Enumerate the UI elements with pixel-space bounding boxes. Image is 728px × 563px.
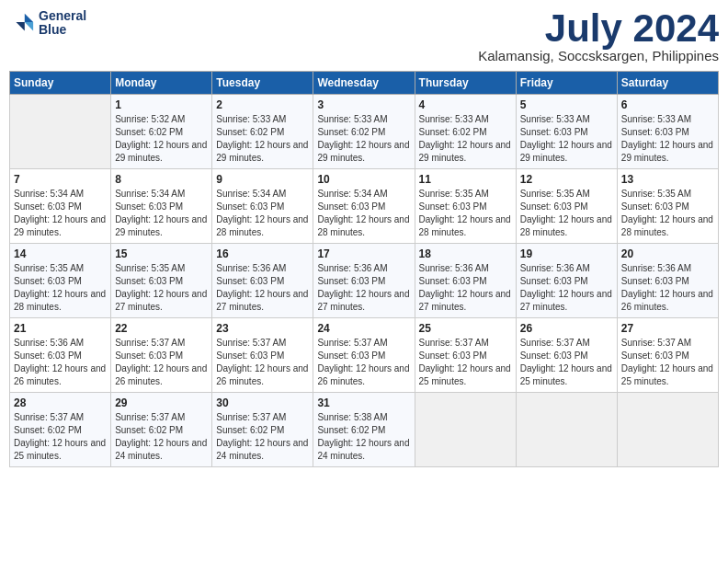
day-number: 31 bbox=[317, 396, 410, 409]
day-number: 20 bbox=[621, 247, 714, 260]
day-number: 7 bbox=[14, 173, 107, 186]
svg-marker-2 bbox=[16, 22, 24, 30]
cell-w2-d3: 9Sunrise: 5:34 AM Sunset: 6:03 PM Daylig… bbox=[212, 169, 313, 244]
day-number: 15 bbox=[115, 247, 208, 260]
day-number: 1 bbox=[115, 98, 208, 111]
day-number: 24 bbox=[317, 322, 410, 335]
cell-w1-d7: 6Sunrise: 5:33 AM Sunset: 6:03 PM Daylig… bbox=[617, 95, 718, 169]
cell-w4-d3: 23Sunrise: 5:37 AM Sunset: 6:03 PM Dayli… bbox=[212, 318, 313, 393]
day-info: Sunrise: 5:36 AM Sunset: 6:03 PM Dayligh… bbox=[520, 262, 613, 314]
cell-w2-d7: 13Sunrise: 5:35 AM Sunset: 6:03 PM Dayli… bbox=[617, 169, 718, 244]
day-info: Sunrise: 5:37 AM Sunset: 6:02 PM Dayligh… bbox=[14, 411, 107, 463]
cell-w5-d2: 29Sunrise: 5:37 AM Sunset: 6:02 PM Dayli… bbox=[111, 393, 212, 467]
day-number: 21 bbox=[14, 322, 107, 335]
cell-w5-d3: 30Sunrise: 5:37 AM Sunset: 6:02 PM Dayli… bbox=[212, 393, 313, 467]
col-monday: Monday bbox=[111, 72, 212, 95]
column-headers: Sunday Monday Tuesday Wednesday Thursday… bbox=[10, 72, 719, 95]
day-number: 3 bbox=[317, 98, 410, 111]
day-info: Sunrise: 5:37 AM Sunset: 6:03 PM Dayligh… bbox=[216, 337, 309, 388]
svg-marker-0 bbox=[25, 14, 33, 22]
cell-w3-d2: 15Sunrise: 5:35 AM Sunset: 6:03 PM Dayli… bbox=[111, 244, 212, 318]
cell-w3-d3: 16Sunrise: 5:36 AM Sunset: 6:03 PM Dayli… bbox=[212, 244, 313, 318]
day-info: Sunrise: 5:35 AM Sunset: 6:03 PM Dayligh… bbox=[115, 262, 208, 314]
cell-w4-d4: 24Sunrise: 5:37 AM Sunset: 6:03 PM Dayli… bbox=[313, 318, 415, 393]
day-number: 9 bbox=[216, 173, 309, 186]
cell-w3-d1: 14Sunrise: 5:35 AM Sunset: 6:03 PM Dayli… bbox=[10, 244, 111, 318]
day-info: Sunrise: 5:37 AM Sunset: 6:02 PM Dayligh… bbox=[115, 411, 208, 463]
month-title: July 2024 bbox=[478, 9, 719, 48]
day-info: Sunrise: 5:34 AM Sunset: 6:03 PM Dayligh… bbox=[216, 188, 309, 239]
cell-w3-d6: 19Sunrise: 5:36 AM Sunset: 6:03 PM Dayli… bbox=[516, 244, 617, 318]
day-info: Sunrise: 5:35 AM Sunset: 6:03 PM Dayligh… bbox=[419, 188, 512, 239]
day-info: Sunrise: 5:37 AM Sunset: 6:03 PM Dayligh… bbox=[520, 337, 613, 388]
day-info: Sunrise: 5:35 AM Sunset: 6:03 PM Dayligh… bbox=[621, 188, 714, 239]
day-number: 13 bbox=[621, 173, 714, 186]
day-number: 28 bbox=[14, 396, 107, 409]
day-info: Sunrise: 5:32 AM Sunset: 6:02 PM Dayligh… bbox=[115, 113, 208, 165]
logo-line2: Blue bbox=[39, 23, 86, 37]
cell-w5-d7 bbox=[617, 393, 718, 467]
day-number: 30 bbox=[216, 396, 309, 409]
day-number: 5 bbox=[520, 98, 613, 111]
day-info: Sunrise: 5:33 AM Sunset: 6:03 PM Dayligh… bbox=[621, 113, 714, 165]
day-number: 4 bbox=[419, 98, 512, 111]
day-number: 17 bbox=[317, 247, 410, 260]
day-number: 6 bbox=[621, 98, 714, 111]
day-info: Sunrise: 5:36 AM Sunset: 6:03 PM Dayligh… bbox=[216, 262, 309, 314]
cell-w1-d3: 2Sunrise: 5:33 AM Sunset: 6:02 PM Daylig… bbox=[212, 95, 313, 169]
day-info: Sunrise: 5:35 AM Sunset: 6:03 PM Dayligh… bbox=[14, 262, 107, 314]
day-number: 14 bbox=[14, 247, 107, 260]
day-info: Sunrise: 5:36 AM Sunset: 6:03 PM Dayligh… bbox=[419, 262, 512, 314]
col-friday: Friday bbox=[516, 72, 617, 95]
day-info: Sunrise: 5:37 AM Sunset: 6:03 PM Dayligh… bbox=[419, 337, 512, 388]
day-info: Sunrise: 5:37 AM Sunset: 6:02 PM Dayligh… bbox=[216, 411, 309, 463]
cell-w4-d5: 25Sunrise: 5:37 AM Sunset: 6:03 PM Dayli… bbox=[415, 318, 516, 393]
day-number: 27 bbox=[621, 322, 714, 335]
day-info: Sunrise: 5:38 AM Sunset: 6:02 PM Dayligh… bbox=[317, 411, 410, 463]
day-number: 8 bbox=[115, 173, 208, 186]
day-number: 18 bbox=[419, 247, 512, 260]
day-info: Sunrise: 5:33 AM Sunset: 6:02 PM Dayligh… bbox=[317, 113, 410, 165]
day-number: 16 bbox=[216, 247, 309, 260]
cell-w1-d5: 4Sunrise: 5:33 AM Sunset: 6:02 PM Daylig… bbox=[415, 95, 516, 169]
cell-w3-d5: 18Sunrise: 5:36 AM Sunset: 6:03 PM Dayli… bbox=[415, 244, 516, 318]
col-sunday: Sunday bbox=[10, 72, 111, 95]
title-section: July 2024 Kalamansig, Soccsksargen, Phil… bbox=[478, 9, 719, 63]
cell-w4-d1: 21Sunrise: 5:36 AM Sunset: 6:03 PM Dayli… bbox=[10, 318, 111, 393]
day-info: Sunrise: 5:37 AM Sunset: 6:03 PM Dayligh… bbox=[115, 337, 208, 388]
day-info: Sunrise: 5:35 AM Sunset: 6:03 PM Dayligh… bbox=[520, 188, 613, 239]
calendar-table: Sunday Monday Tuesday Wednesday Thursday… bbox=[9, 71, 719, 467]
day-info: Sunrise: 5:36 AM Sunset: 6:03 PM Dayligh… bbox=[621, 262, 714, 314]
cell-w3-d4: 17Sunrise: 5:36 AM Sunset: 6:03 PM Dayli… bbox=[313, 244, 415, 318]
day-number: 10 bbox=[317, 173, 410, 186]
logo: General Blue bbox=[9, 9, 86, 38]
cell-w5-d4: 31Sunrise: 5:38 AM Sunset: 6:02 PM Dayli… bbox=[313, 393, 415, 467]
col-wednesday: Wednesday bbox=[313, 72, 415, 95]
cell-w1-d2: 1Sunrise: 5:32 AM Sunset: 6:02 PM Daylig… bbox=[111, 95, 212, 169]
day-info: Sunrise: 5:34 AM Sunset: 6:03 PM Dayligh… bbox=[14, 188, 107, 239]
week-row-5: 28Sunrise: 5:37 AM Sunset: 6:02 PM Dayli… bbox=[10, 393, 719, 467]
logo-line1: General bbox=[39, 9, 86, 23]
day-info: Sunrise: 5:37 AM Sunset: 6:03 PM Dayligh… bbox=[621, 337, 714, 388]
day-number: 19 bbox=[520, 247, 613, 260]
cell-w5-d1: 28Sunrise: 5:37 AM Sunset: 6:02 PM Dayli… bbox=[10, 393, 111, 467]
week-row-3: 14Sunrise: 5:35 AM Sunset: 6:03 PM Dayli… bbox=[10, 244, 719, 318]
cell-w2-d5: 11Sunrise: 5:35 AM Sunset: 6:03 PM Dayli… bbox=[415, 169, 516, 244]
cell-w2-d6: 12Sunrise: 5:35 AM Sunset: 6:03 PM Dayli… bbox=[516, 169, 617, 244]
cell-w5-d5 bbox=[415, 393, 516, 467]
day-info: Sunrise: 5:36 AM Sunset: 6:03 PM Dayligh… bbox=[14, 337, 107, 388]
day-number: 22 bbox=[115, 322, 208, 335]
cell-w1-d1 bbox=[10, 95, 111, 169]
day-number: 2 bbox=[216, 98, 309, 111]
cell-w1-d6: 5Sunrise: 5:33 AM Sunset: 6:03 PM Daylig… bbox=[516, 95, 617, 169]
cell-w2-d4: 10Sunrise: 5:34 AM Sunset: 6:03 PM Dayli… bbox=[313, 169, 415, 244]
day-number: 11 bbox=[419, 173, 512, 186]
day-number: 12 bbox=[520, 173, 613, 186]
week-row-1: 1Sunrise: 5:32 AM Sunset: 6:02 PM Daylig… bbox=[10, 95, 719, 169]
cell-w3-d7: 20Sunrise: 5:36 AM Sunset: 6:03 PM Dayli… bbox=[617, 244, 718, 318]
week-row-4: 21Sunrise: 5:36 AM Sunset: 6:03 PM Dayli… bbox=[10, 318, 719, 393]
cell-w4-d2: 22Sunrise: 5:37 AM Sunset: 6:03 PM Dayli… bbox=[111, 318, 212, 393]
day-info: Sunrise: 5:33 AM Sunset: 6:03 PM Dayligh… bbox=[520, 113, 613, 165]
week-row-2: 7Sunrise: 5:34 AM Sunset: 6:03 PM Daylig… bbox=[10, 169, 719, 244]
day-number: 26 bbox=[520, 322, 613, 335]
